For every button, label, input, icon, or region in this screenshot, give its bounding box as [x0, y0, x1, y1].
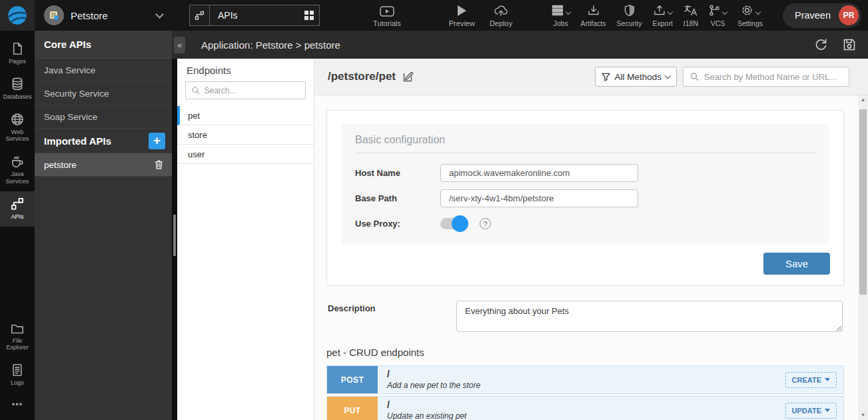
sidebar-item-web-services[interactable]: Web Services — [0, 107, 35, 149]
globe-icon — [11, 113, 24, 126]
sidebar-item-logs[interactable]: Logs — [0, 357, 35, 393]
host-name-field[interactable] — [440, 164, 638, 182]
methods-filter-dropdown[interactable]: All Methods — [595, 67, 677, 87]
tutorials-label: Tutorials — [373, 19, 401, 27]
chevron-down-icon — [665, 73, 671, 79]
apis-side-panel: Core APIs Java Service Security Service … — [35, 31, 172, 420]
topbar-right-cluster: Jobs Artifacts Security — [552, 3, 868, 28]
more-options-button[interactable]: ••• — [0, 393, 35, 420]
endpoints-search[interactable] — [185, 81, 306, 99]
cloud-upload-icon — [494, 3, 508, 17]
scroll-up-arrow[interactable]: ▲ — [858, 95, 868, 105]
vcs-label: VCS — [711, 19, 725, 27]
create-action-dropdown[interactable]: CREATE — [785, 372, 837, 388]
deploy-label: Deploy — [490, 19, 512, 27]
methods-filter-label: All Methods — [614, 72, 661, 82]
vcs-button[interactable]: VCS — [709, 4, 727, 27]
main-scrollbar-thumb[interactable] — [859, 109, 867, 295]
base-path-field[interactable] — [440, 189, 638, 207]
host-name-label: Host Name — [355, 168, 440, 178]
top-bar: Petstore APIs Tutorials — [0, 0, 868, 31]
import-api-button[interactable]: + — [149, 133, 165, 149]
sidebar-item-databases[interactable]: Databases — [0, 71, 35, 107]
core-apis-header: Core APIs — [35, 31, 172, 59]
delete-icon[interactable] — [154, 159, 164, 170]
preview-button[interactable]: Preview — [449, 3, 475, 27]
help-icon[interactable]: ? — [480, 218, 491, 229]
project-name: Petstore — [71, 10, 108, 21]
search-icon — [690, 72, 699, 81]
project-selector[interactable]: Petstore — [35, 0, 172, 31]
method-path: / — [387, 400, 466, 410]
sidebar-item-java-services[interactable]: Java Services — [0, 149, 35, 191]
endpoints-search-input[interactable] — [205, 86, 300, 95]
endpoint-item-store[interactable]: store — [177, 125, 314, 145]
collapse-panel-button[interactable]: « — [174, 37, 185, 53]
method-row-post[interactable]: POST / Add a new pet to the store CREATE — [326, 365, 844, 394]
sidebar-item-apis[interactable]: APIs — [0, 191, 35, 227]
i18n-label: I18N — [683, 19, 698, 27]
imported-api-petstore[interactable]: petstore — [35, 153, 172, 177]
main-header: /petstore/pet All Methods — [314, 59, 868, 95]
export-button[interactable]: Export — [652, 4, 672, 27]
sidebar-item-pages[interactable]: Pages — [0, 36, 35, 71]
panel-scrollbar[interactable] — [172, 59, 177, 420]
edit-icon[interactable] — [402, 71, 414, 83]
save-icon[interactable] — [843, 38, 856, 51]
deploy-button[interactable]: Deploy — [490, 3, 512, 27]
log-file-icon — [11, 363, 23, 377]
jobs-button[interactable]: Jobs — [552, 4, 570, 27]
search-icon — [192, 86, 200, 95]
description-field[interactable]: Everything about your Pets — [456, 301, 843, 332]
scroll-down-arrow[interactable]: ▼ — [858, 411, 868, 420]
core-api-soap-service[interactable]: Soap Service — [35, 105, 172, 129]
export-label: Export — [652, 19, 672, 27]
wavemaker-studio: Petstore APIs Tutorials — [0, 0, 868, 420]
method-path: / — [387, 369, 480, 379]
sidebar-item-file-explorer[interactable]: File Explorer — [0, 317, 35, 358]
divider — [355, 153, 815, 153]
chevron-down-icon — [155, 10, 164, 19]
main-scrollbar[interactable]: ▲ ▼ — [858, 95, 868, 420]
caret-down-icon — [755, 9, 760, 14]
method-search[interactable] — [683, 67, 849, 87]
core-api-security-service[interactable]: Security Service — [35, 82, 172, 105]
security-button[interactable]: Security — [617, 4, 642, 27]
method-row-put[interactable]: PUT / Update an existing pet UPDATE — [326, 396, 844, 420]
settings-button[interactable]: Settings — [737, 4, 763, 27]
youtube-icon — [380, 3, 394, 17]
refresh-icon[interactable] — [814, 38, 828, 52]
server-stack-icon — [552, 5, 564, 16]
i18n-button[interactable]: I18N — [683, 4, 698, 27]
breadcrumb: Application: Petstore > petstore — [201, 39, 340, 51]
save-button[interactable]: Save — [763, 253, 830, 275]
artifacts-button[interactable]: Artifacts — [581, 4, 606, 27]
method-search-input[interactable] — [704, 72, 842, 82]
coffee-icon — [11, 155, 24, 168]
caret-down-icon — [722, 9, 727, 14]
core-api-java-service[interactable]: Java Service — [35, 59, 172, 82]
user-menu[interactable]: Praveen PR — [783, 3, 861, 28]
settings-label: Settings — [737, 19, 763, 27]
toggle-knob — [452, 215, 468, 232]
wavemaker-logo[interactable] — [0, 0, 35, 31]
user-name: Praveen — [795, 10, 831, 21]
description-label: Description — [326, 301, 456, 332]
use-proxy-toggle[interactable] — [440, 218, 467, 229]
security-label: Security — [617, 19, 642, 27]
tutorials-button[interactable]: Tutorials — [373, 3, 401, 27]
panel-scrollbar-thumb[interactable] — [173, 215, 176, 256]
apps-grid-icon[interactable] — [304, 11, 314, 20]
basic-config-title: Basic configuration — [342, 124, 829, 153]
database-icon — [11, 77, 24, 91]
update-action-dropdown[interactable]: UPDATE — [785, 403, 837, 419]
api-node-icon — [11, 197, 24, 211]
caret-down-icon — [825, 378, 830, 381]
basic-config-panel: Basic configuration Host Name Base Path … — [342, 124, 829, 243]
nav-selector-label: APIs — [210, 10, 304, 21]
api-node-icon — [190, 5, 210, 25]
nav-selector-apis[interactable]: APIs — [189, 5, 320, 26]
endpoint-item-user[interactable]: user — [177, 145, 314, 164]
endpoint-item-pet[interactable]: pet — [177, 106, 314, 125]
description-row: Description Everything about your Pets — [326, 301, 846, 332]
